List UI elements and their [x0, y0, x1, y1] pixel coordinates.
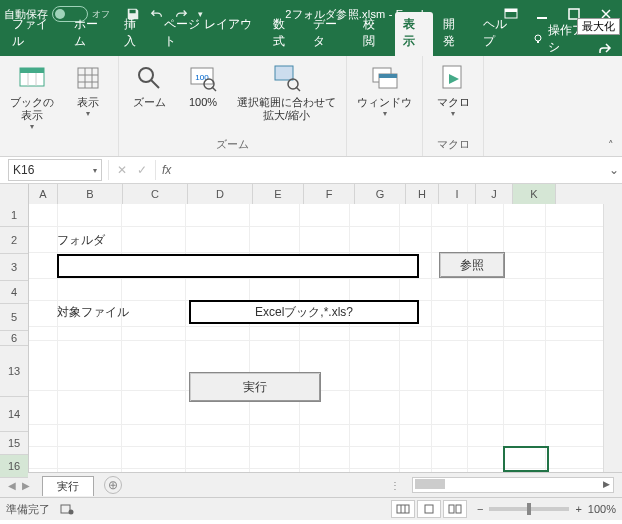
col-header[interactable]: E — [253, 184, 304, 204]
autosave-state: オフ — [92, 8, 110, 21]
zoom-label: ズーム — [133, 96, 166, 109]
page-break-view-button[interactable] — [443, 500, 467, 518]
horizontal-scrollbar[interactable]: ◀ ▶ — [412, 477, 614, 493]
tab-formulas[interactable]: 数式 — [265, 12, 303, 56]
status-ready: 準備完了 — [6, 502, 50, 517]
zoom-icon — [133, 62, 165, 94]
minimize-icon[interactable] — [536, 8, 554, 20]
vertical-scrollbar[interactable] — [603, 204, 622, 472]
col-header[interactable]: C — [123, 184, 188, 204]
row-header[interactable]: 6 — [0, 331, 28, 346]
sheet-tab-bar: ◀▶ 実行 ⊕ ⋮ ◀ ▶ — [0, 472, 622, 497]
tab-data[interactable]: データ — [305, 12, 354, 56]
row-header[interactable]: 2 — [0, 227, 28, 254]
zoom-100-icon: 100 — [187, 62, 219, 94]
tab-help[interactable]: ヘルプ — [475, 12, 524, 56]
qat-more-icon[interactable]: ▾ — [198, 9, 203, 19]
window-icon — [369, 62, 401, 94]
row-header[interactable]: 14 — [0, 397, 28, 432]
tab-page-layout[interactable]: ページ レイアウト — [156, 12, 262, 56]
show-label: 表示 — [77, 96, 99, 109]
formula-input[interactable] — [177, 160, 606, 180]
svg-rect-26 — [379, 74, 397, 78]
zoom-100-button[interactable]: 100 100% — [179, 60, 227, 111]
col-header[interactable]: A — [29, 184, 58, 204]
group-window: ウィンドウ ▾ — [347, 56, 423, 156]
fx-label[interactable]: fx — [156, 163, 177, 177]
book-views-button[interactable]: ブックの 表示 ▾ — [6, 60, 58, 134]
svg-rect-35 — [449, 505, 454, 513]
workbook-views-icon — [16, 62, 48, 94]
row-header[interactable]: 5 — [0, 304, 28, 331]
name-box[interactable]: K16 ▾ — [8, 159, 102, 181]
col-header[interactable]: I — [439, 184, 476, 204]
sheet-nav[interactable]: ◀▶ — [0, 480, 38, 491]
browse-button[interactable]: 参照 — [439, 252, 505, 278]
tab-view[interactable]: 表示 — [395, 12, 433, 56]
active-cell — [503, 446, 549, 472]
bulb-icon — [532, 33, 544, 45]
svg-line-16 — [151, 80, 159, 88]
chevron-down-icon: ▾ — [86, 109, 90, 119]
target-file-box[interactable]: Excelブック,*.xls? — [189, 300, 419, 324]
col-header[interactable]: B — [58, 184, 123, 204]
tab-review[interactable]: 校閲 — [355, 12, 393, 56]
undo-icon[interactable] — [150, 7, 164, 21]
sheet-tab-run[interactable]: 実行 — [42, 476, 94, 496]
col-header[interactable]: F — [304, 184, 355, 204]
formula-expand-icon[interactable]: ⌄ — [606, 163, 622, 177]
worksheet-grid[interactable]: 1 2 3 4 5 6 13 14 15 16 フォルダ 参照 — [0, 204, 622, 472]
window-button[interactable]: ウィンドウ ▾ — [353, 60, 416, 121]
page-layout-view-button[interactable] — [417, 500, 441, 518]
normal-view-button[interactable] — [391, 500, 415, 518]
zoom-out-button[interactable]: − — [477, 503, 483, 515]
column-headers: A B C D E F G H I J K — [29, 184, 604, 205]
macro-icon — [437, 62, 469, 94]
row-header[interactable]: 16 — [0, 455, 28, 478]
ribbon-tabs: ファイル ホーム 挿入 ページ レイアウト 数式 データ 校閲 表示 開発 ヘル… — [0, 28, 622, 56]
row-headers: 1 2 3 4 5 6 13 14 15 16 — [0, 204, 29, 472]
share-icon[interactable] — [592, 42, 618, 56]
cancel-formula-icon[interactable]: ✕ — [117, 163, 127, 177]
view-buttons — [391, 500, 467, 518]
row-header[interactable]: 3 — [0, 254, 28, 281]
svg-line-23 — [296, 87, 300, 91]
zoom-button[interactable]: ズーム — [125, 60, 173, 111]
new-sheet-button[interactable]: ⊕ — [104, 476, 122, 494]
col-header[interactable]: H — [406, 184, 439, 204]
svg-rect-31 — [397, 505, 409, 513]
book-views-label: ブックの 表示 — [10, 96, 54, 122]
folder-input-box[interactable] — [57, 254, 419, 278]
row-header[interactable]: 4 — [0, 281, 28, 304]
chevron-down-icon: ▾ — [383, 109, 387, 119]
zoom-selection-button[interactable]: 選択範囲に合わせて 拡大/縮小 — [233, 60, 340, 124]
col-header[interactable]: D — [188, 184, 253, 204]
show-button[interactable]: 表示 ▾ — [64, 60, 112, 121]
svg-rect-34 — [425, 505, 433, 513]
macro-record-icon[interactable] — [60, 503, 74, 515]
ribbon-collapse-icon[interactable]: ˄ — [600, 135, 622, 156]
enter-formula-icon[interactable]: ✓ — [137, 163, 147, 177]
col-header[interactable]: K — [513, 184, 556, 204]
redo-icon[interactable] — [174, 7, 188, 21]
macro-button[interactable]: マクロ ▾ — [429, 60, 477, 121]
zoom-level[interactable]: 100% — [588, 503, 616, 515]
select-all-corner[interactable] — [0, 184, 29, 205]
row-header[interactable]: 15 — [0, 432, 28, 455]
col-header[interactable]: G — [355, 184, 406, 204]
zoom-slider[interactable] — [489, 507, 569, 511]
status-bar: 準備完了 − + 100% — [0, 497, 622, 520]
group-macro-label: マクロ — [437, 135, 470, 154]
tab-file[interactable]: ファイル — [4, 12, 64, 56]
row-header[interactable]: 13 — [0, 346, 28, 397]
target-file-label: 対象ファイル — [57, 304, 129, 321]
zoom-in-button[interactable]: + — [575, 503, 581, 515]
col-header[interactable]: J — [476, 184, 513, 204]
run-button[interactable]: 実行 — [189, 372, 321, 402]
save-icon[interactable] — [126, 7, 140, 21]
cells-area[interactable]: フォルダ 参照 対象ファイル Excelブック,*.xls? 実行 — [29, 204, 603, 472]
svg-rect-2 — [537, 17, 547, 19]
row-header[interactable]: 1 — [0, 204, 28, 227]
tab-developer[interactable]: 開発 — [435, 12, 473, 56]
ribbon: ブックの 表示 ▾ 表示 ▾ ズーム 100 — [0, 56, 622, 157]
